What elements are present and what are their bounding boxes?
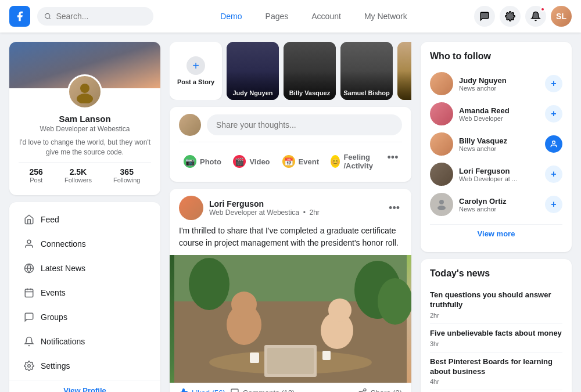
person-icon xyxy=(23,238,35,250)
post-header: Lori Ferguson Web Developer at Webestica… xyxy=(170,189,411,225)
nav-demo[interactable]: Demo xyxy=(216,9,246,23)
post-user-avatar xyxy=(179,114,201,136)
follow-button-carolyn[interactable]: + xyxy=(545,196,562,213)
sidebar-item-feed[interactable]: Feed xyxy=(14,208,156,231)
notifications-button[interactable] xyxy=(525,6,546,27)
messages-button[interactable] xyxy=(474,6,495,27)
sidebar-item-groups[interactable]: Groups xyxy=(14,305,156,329)
svg-point-3 xyxy=(80,84,89,93)
story-judy[interactable]: Judy Nguyen xyxy=(227,42,279,100)
home-icon xyxy=(23,214,35,225)
who-to-follow-widget: Who to follow Judy Nguyen News anchor + … xyxy=(421,42,572,252)
svg-point-34 xyxy=(553,141,555,144)
feeling-icon: 😊 xyxy=(331,155,340,168)
post-username: Lori Ferguson xyxy=(209,199,381,208)
app-logo[interactable] xyxy=(9,6,30,27)
profile-avatar-wrap xyxy=(9,74,160,109)
sidebar-item-events[interactable]: Events xyxy=(14,281,156,304)
sidebar-item-groups-label: Groups xyxy=(41,312,67,322)
post-text: I'm thrilled to share that I've complete… xyxy=(170,225,411,255)
center-feed: + Post a Story Judy Nguyen Billy Vasquez xyxy=(170,42,411,392)
settings-icon xyxy=(23,360,35,372)
follow-button-lori[interactable]: + xyxy=(545,166,562,183)
follow-button-billy[interactable] xyxy=(545,135,562,153)
profile-avatar[interactable] xyxy=(67,74,102,109)
post-actions: 📷 Photo 🎬 Video 📅 Event 😊 Feeling /Activ… xyxy=(179,142,402,175)
story-billy[interactable]: Billy Vasquez xyxy=(284,42,336,100)
stat-following: 365 Following xyxy=(113,167,140,184)
stat-followers: 2.5K Followers xyxy=(64,167,92,184)
sidebar-item-latest-news-label: Latest News xyxy=(41,264,85,273)
feeling-label: Feeling /Activity xyxy=(343,153,376,170)
like-button[interactable]: Liked (56) xyxy=(179,388,225,392)
svg-point-27 xyxy=(364,389,366,391)
follow-info-lori: Lori Ferguson Web Developer at ... xyxy=(459,167,539,182)
follow-info-judy: Judy Nguyen News anchor xyxy=(459,76,539,92)
follow-avatar-lori xyxy=(430,163,453,186)
svg-point-25 xyxy=(378,278,411,325)
profile-info: Sam Lanson Web Developer at Webestica I'… xyxy=(9,109,160,195)
sidebar-item-settings[interactable]: Settings xyxy=(14,354,156,377)
follow-button-judy[interactable]: + xyxy=(545,75,562,92)
post-input[interactable] xyxy=(207,114,402,135)
svg-rect-8 xyxy=(25,289,33,297)
stat-post: 256 Post xyxy=(30,167,43,184)
share-button[interactable]: Share (3) xyxy=(358,388,402,392)
news-time-1: 2hr xyxy=(430,312,562,319)
svg-point-4 xyxy=(77,93,93,103)
photo-label: Photo xyxy=(200,157,221,166)
view-profile-button[interactable]: View Profile xyxy=(9,380,160,392)
photo-action[interactable]: 📷 Photo xyxy=(179,148,226,175)
user-avatar[interactable]: SL xyxy=(551,6,572,27)
post-user-info: Lori Ferguson Web Developer at Webestica… xyxy=(209,199,381,217)
story-add[interactable]: + Post a Story xyxy=(170,42,222,100)
sidebar-item-connections[interactable]: Connections xyxy=(14,232,156,256)
search-box[interactable] xyxy=(37,7,153,26)
news-item-2[interactable]: Five unbelievable facts about money 3hr xyxy=(430,324,562,353)
story-samuel[interactable]: Samuel Bishop xyxy=(340,42,393,100)
post-more-button[interactable]: ••• xyxy=(383,148,402,167)
bell-icon xyxy=(23,336,35,347)
stat-following-label: Following xyxy=(113,177,140,184)
comment-button[interactable]: Comments (12) xyxy=(230,388,295,392)
navbar: Demo Pages Account My Network SL xyxy=(0,0,581,33)
todays-news-widget: Today's news Ten questions you should an… xyxy=(421,259,572,392)
follow-name-judy: Judy Nguyen xyxy=(459,76,539,85)
sidebar-item-latest-news[interactable]: Latest News xyxy=(14,257,156,280)
follow-avatar-billy xyxy=(430,132,453,156)
page-layout: Sam Lanson Web Developer at Webestica I'… xyxy=(0,0,581,392)
nav-account[interactable]: Account xyxy=(307,9,346,23)
follow-button-amanda[interactable]: + xyxy=(545,105,562,123)
video-label: Video xyxy=(249,157,270,166)
search-input[interactable] xyxy=(56,12,146,21)
follow-info-billy: Billy Vasquez News anchor xyxy=(459,136,539,152)
nav-pages[interactable]: Pages xyxy=(261,9,293,23)
view-more-button[interactable]: View more xyxy=(430,224,562,243)
settings-button[interactable] xyxy=(500,6,521,27)
video-icon: 🎬 xyxy=(233,155,246,168)
svg-point-0 xyxy=(45,13,50,18)
story-joa[interactable]: Joa... xyxy=(397,42,411,100)
svg-rect-22 xyxy=(250,353,259,363)
notification-dot xyxy=(540,7,545,12)
video-action[interactable]: 🎬 Video xyxy=(228,148,275,175)
navbar-center: Demo Pages Account My Network xyxy=(160,9,467,23)
post-menu-button[interactable]: ••• xyxy=(386,200,402,217)
news-time-3: 4hr xyxy=(430,378,562,385)
news-item-1[interactable]: Ten questions you should answer truthful… xyxy=(430,286,562,324)
follow-role-billy: News anchor xyxy=(459,145,539,152)
profile-title: Web Developer at Webestica xyxy=(19,125,151,133)
follow-info-amanda: Amanda Reed Web Developer xyxy=(459,106,539,122)
nav-network[interactable]: My Network xyxy=(360,9,412,23)
event-action[interactable]: 📅 Event xyxy=(277,148,324,175)
feeling-action[interactable]: 😊 Feeling /Activity xyxy=(326,148,381,175)
stat-post-value: 256 xyxy=(30,167,43,177)
news-headline-2: Five unbelievable facts about money xyxy=(430,329,562,339)
comment-count: Comments (12) xyxy=(243,389,295,393)
follow-name-billy: Billy Vasquez xyxy=(459,136,539,145)
sidebar-item-notifications[interactable]: Notifications xyxy=(14,330,156,353)
share-count: Share (3) xyxy=(371,389,402,393)
who-to-follow-title: Who to follow xyxy=(430,51,562,62)
news-headline-1: Ten questions you should answer truthful… xyxy=(430,290,562,310)
news-item-3[interactable]: Best Pinterest Boards for learning about… xyxy=(430,353,562,391)
